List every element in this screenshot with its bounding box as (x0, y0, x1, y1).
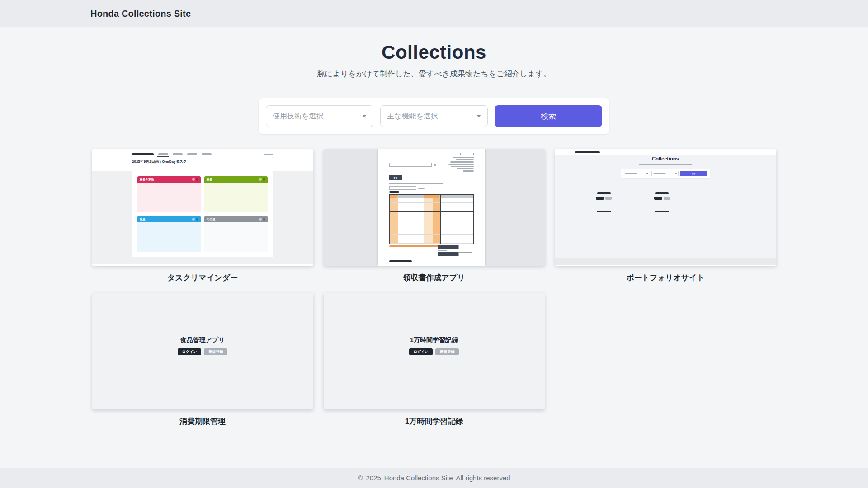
chevron-down-icon (646, 173, 648, 174)
mini-input-suffix (434, 164, 436, 166)
mini-tax-label (438, 252, 458, 256)
mini-amount-badge: ¥0 (389, 175, 402, 180)
add-icon (263, 178, 265, 181)
feature-select[interactable]: 主な機能を選択 (380, 105, 488, 127)
mini-line-items-table (389, 194, 474, 244)
mini-nav-link (158, 153, 168, 155)
card-thumbnail-food-app[interactable]: 食品管理アプリ ログイン 新規登録 (92, 293, 313, 409)
mini-small-input (389, 186, 416, 190)
quadrant-label: その他 (207, 217, 215, 221)
mini-footer-text (389, 260, 412, 262)
mini-summary-block (438, 245, 474, 256)
mini-card-caption (597, 211, 611, 212)
add-icon (196, 218, 198, 221)
collection-card: 2025年9月2日(火) OneDayタスク 重要＆緊急 (92, 149, 313, 283)
add-icon (263, 218, 265, 221)
copyright-icon: © (358, 474, 363, 482)
mini-address-line (448, 164, 474, 165)
badge-icon (259, 218, 262, 221)
mini-site-title (575, 151, 600, 153)
mini-tax-value (458, 252, 472, 256)
mini-address-line (450, 161, 474, 163)
mini-card (633, 183, 691, 217)
mini-address-block (448, 153, 474, 172)
chevron-down-icon (675, 173, 677, 174)
mini-signup-button: 新規登録 (435, 348, 459, 355)
mini-address-line (457, 168, 474, 169)
mini-card-heading (655, 192, 669, 194)
mini-total-value (458, 245, 472, 249)
card-thumbnail-task-reminder[interactable]: 2025年9月2日(火) OneDayタスク 重要＆緊急 (92, 149, 313, 266)
tech-select[interactable]: 使用技術を選択 (266, 105, 373, 127)
mini-orange-note (389, 245, 439, 247)
mini-address-line (456, 159, 474, 160)
mini-collections-title: Collections (555, 156, 776, 161)
site-title: Honda Collections Site (90, 9, 191, 19)
quadrant-important: 重要 (204, 176, 268, 212)
add-icon (196, 178, 198, 181)
mini-login-button: ログイン (178, 348, 202, 355)
mini-signup-badge (605, 197, 612, 200)
mini-nav-link (202, 153, 212, 155)
card-title: ポートフォリオサイト (555, 272, 776, 283)
app-header: Honda Collections Site (0, 0, 868, 27)
collection-card: 1万時間学習記録 ログイン 新規登録 1万時間学習記録 (324, 293, 545, 427)
mini-address-line (463, 170, 474, 172)
mini-subtitle (639, 164, 692, 165)
mini-table-rows (390, 198, 473, 244)
app-footer: © 2025 Honda Collections Site All rights… (0, 468, 868, 488)
mini-logo (132, 153, 154, 155)
search-panel: 使用技術を選択 主な機能を選択 検索 (259, 98, 609, 134)
mini-navbar (132, 149, 273, 159)
mini-table-divider (440, 195, 441, 244)
page-subtitle: 腕によりをかけて制作した、愛すべき成果物たちをご紹介します。 (0, 69, 868, 79)
badge-icon (192, 218, 195, 221)
mini-signup-badge (664, 197, 670, 200)
quadrant-urgent: 緊急 (137, 216, 201, 252)
mini-table-label (389, 191, 399, 193)
feature-select-value: 主な機能を選択 (387, 112, 438, 121)
mini-search-button: 検索 (680, 171, 707, 176)
card-thumbnail-portfolio-site[interactable]: Collections 検索 (555, 149, 776, 266)
card-thumbnail-study-log[interactable]: 1万時間学習記録 ログイン 新規登録 (324, 293, 545, 409)
page-title: Collections (0, 42, 868, 63)
mini-login-badge (596, 197, 604, 200)
tech-select-value: 使用技術を選択 (273, 112, 323, 121)
mini-footer-strip (555, 258, 776, 265)
quadrant-label: 緊急 (140, 217, 146, 221)
mini-receipt-page: ¥0 (378, 149, 485, 266)
chevron-down-icon (362, 115, 367, 117)
mini-card-caption (655, 211, 669, 212)
card-title: 1万時間学習記録 (324, 416, 545, 427)
mini-task-board-area: 重要＆緊急 重要 (92, 171, 313, 264)
mini-postal-box (460, 153, 474, 155)
mini-login-button: ログイン (409, 348, 433, 355)
quadrant-label: 重要 (207, 178, 212, 182)
quadrant-label: 重要＆緊急 (140, 178, 154, 182)
mini-card-heading (597, 192, 611, 194)
mini-total-label (438, 245, 458, 249)
mini-address-line (451, 166, 474, 167)
footer-site-name: Honda Collections Site (384, 474, 453, 482)
chevron-down-icon (476, 115, 481, 117)
collection-card: 食品管理アプリ ログイン 新規登録 消費期限管理 (92, 293, 313, 427)
badge-icon (192, 178, 195, 181)
mini-address-line (453, 157, 474, 158)
mini-nav-link (173, 153, 183, 155)
mini-app-heading: 食品管理アプリ (180, 336, 225, 344)
mini-card-columns (575, 183, 691, 217)
quadrant-important-urgent: 重要＆緊急 (137, 176, 201, 212)
mini-select (651, 171, 679, 176)
search-button[interactable]: 検索 (495, 105, 602, 127)
quadrant-other: その他 (204, 216, 268, 252)
mini-nav-user (264, 154, 273, 155)
collection-card: Collections 検索 (555, 149, 776, 283)
card-title: タスクリマインダー (92, 272, 313, 283)
card-thumbnail-receipt-app[interactable]: ¥0 (324, 149, 545, 266)
mini-name-input (389, 163, 432, 167)
mini-table-header (390, 195, 473, 198)
card-title: 消費期限管理 (92, 416, 313, 427)
mini-note-line (389, 183, 443, 184)
collection-card: ¥0 (324, 149, 545, 283)
card-title: 領収書作成アプリ (324, 272, 545, 283)
